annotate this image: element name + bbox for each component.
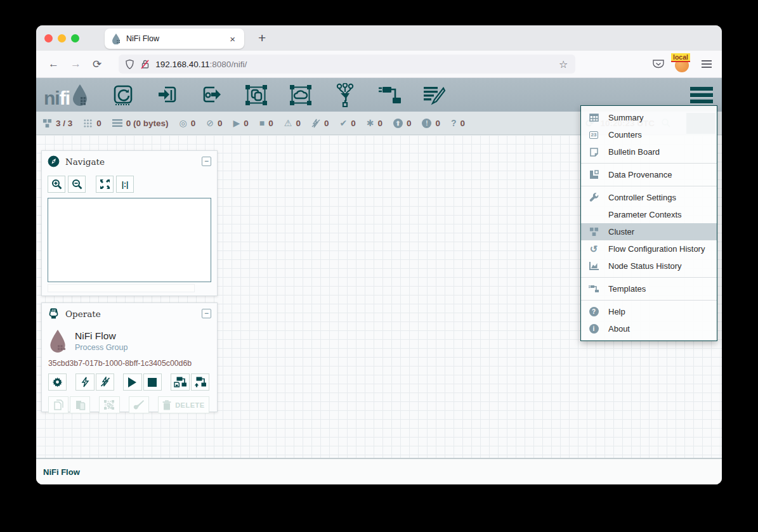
template-component[interactable] (377, 82, 402, 108)
back-icon[interactable]: ← (42, 55, 65, 73)
operate-buttons-row1 (48, 373, 211, 391)
nifi-global-menu-icon[interactable] (690, 87, 713, 103)
zoom-fit-button[interactable] (96, 176, 114, 193)
copy-button[interactable] (48, 396, 69, 413)
selected-flow-type: Process Group (75, 343, 127, 352)
processor-component[interactable] (110, 82, 136, 108)
disable-button[interactable] (96, 373, 114, 391)
label-component[interactable] (421, 82, 447, 108)
stopped-icon: ■ (259, 118, 265, 128)
close-window-button[interactable] (44, 34, 53, 42)
browser-window: NiFi Flow × + ← → ⟳ 192.168.40.11:8080/n… (36, 25, 722, 484)
templates-icon (587, 285, 600, 293)
forward-icon[interactable]: → (65, 55, 87, 73)
bookmark-star-icon[interactable]: ☆ (559, 58, 568, 70)
data-provenance-icon (587, 170, 600, 179)
status-locally-modified: ✱ 0 (367, 118, 382, 128)
zoom-out-button[interactable] (68, 176, 86, 193)
input-port-component[interactable] (155, 82, 180, 108)
bulletin-board-icon (587, 148, 600, 157)
process-group-drop-icon (48, 329, 67, 353)
funnel-component[interactable] (332, 82, 358, 108)
collapse-navigate-button[interactable]: − (202, 157, 211, 166)
configure-button[interactable] (48, 373, 67, 391)
delete-label: DELETE (175, 401, 204, 409)
menu-separator (581, 300, 717, 301)
paste-button[interactable] (70, 396, 90, 413)
help-icon: ? (587, 307, 600, 316)
breadcrumb[interactable]: NiFi Flow (43, 467, 80, 477)
profile-avatar[interactable]: local (675, 56, 691, 72)
reload-icon[interactable]: ⟳ (87, 55, 107, 74)
stop-button[interactable] (143, 373, 162, 391)
url-text[interactable]: 192.168.40.11:8080/nifi/ (155, 60, 559, 69)
menu-item-bulletin-board[interactable]: Bulletin Board (581, 143, 717, 160)
queued-icon (112, 119, 122, 127)
navigate-compass-icon (48, 155, 60, 167)
process-group-component[interactable] (244, 82, 269, 108)
zoom-actual-size-button[interactable]: |:| (116, 176, 134, 193)
upload-template-button[interactable] (191, 373, 209, 391)
enable-button[interactable] (75, 373, 94, 391)
menu-item-summary[interactable]: Summary (581, 109, 717, 126)
delete-button[interactable]: DELETE (158, 396, 209, 413)
summary-icon (587, 114, 600, 122)
status-up-to-date: ✔ 0 (339, 118, 355, 128)
pocket-icon[interactable] (652, 59, 665, 69)
menu-item-about[interactable]: i About (581, 320, 717, 337)
up-to-date-icon: ✔ (339, 118, 347, 128)
group-button[interactable] (99, 396, 119, 413)
status-stale: ⬆ 0 (393, 119, 412, 128)
menu-item-data-provenance[interactable]: Data Provenance (581, 166, 717, 183)
menu-item-counters[interactable]: 23 Counters (581, 126, 717, 143)
operate-header[interactable]: Operate − (42, 303, 217, 324)
disabled-icon (311, 119, 320, 128)
operate-body: NiFi Flow Process Group 35cbd3b7-017b-10… (42, 324, 217, 420)
output-port-component[interactable] (199, 82, 225, 108)
logo-text-fi: fi (60, 89, 70, 107)
save-template-button[interactable] (171, 373, 189, 391)
navigate-header[interactable]: Navigate − (42, 151, 217, 172)
status-queued: 0 (0 bytes) (112, 119, 169, 128)
running-icon: ▶ (233, 118, 240, 128)
browser-tab-bar: NiFi Flow × + (36, 25, 722, 51)
menu-item-cluster[interactable]: Cluster (581, 223, 717, 240)
locally-modified-icon: ✱ (367, 118, 374, 128)
macos-traffic-lights (44, 34, 79, 42)
collapse-operate-button[interactable]: − (202, 309, 211, 318)
browser-tab[interactable]: NiFi Flow × (105, 29, 244, 49)
about-icon: i (587, 324, 600, 334)
zoom-window-button[interactable] (71, 34, 79, 42)
minimize-window-button[interactable] (58, 34, 66, 42)
shield-icon[interactable] (125, 59, 134, 70)
firefox-menu-icon[interactable] (702, 60, 712, 68)
start-button[interactable] (123, 373, 141, 391)
nifi-logo: nifi (44, 84, 89, 107)
remote-process-group-component[interactable] (288, 82, 313, 108)
locally-modified-stale-icon: ! (422, 119, 431, 128)
stop-icon (148, 378, 157, 387)
transmitting-icon: ◎ (180, 118, 187, 128)
controller-settings-icon (587, 193, 600, 202)
status-stopped: ■ 0 (259, 118, 273, 128)
new-tab-button[interactable]: + (253, 29, 271, 47)
menu-item-controller-settings[interactable]: Controller Settings (581, 189, 717, 206)
status-running: ▶ 0 (233, 118, 249, 128)
tab-title: NiFi Flow (126, 34, 227, 43)
menu-item-templates[interactable]: Templates (581, 280, 717, 297)
url-bar[interactable]: 192.168.40.11:8080/nifi/ ☆ (119, 55, 575, 74)
tab-close-icon[interactable]: × (227, 34, 238, 44)
status-threads: 0 (83, 119, 101, 128)
logo-text-ni: ni (44, 89, 60, 107)
menu-item-help[interactable]: ? Help (581, 303, 717, 320)
birdseye-map[interactable] (48, 198, 211, 282)
menu-item-flow-configuration-history[interactable]: ↺ Flow Configuration History (581, 240, 717, 257)
menu-item-parameter-contexts[interactable]: Parameter Contexts (581, 206, 717, 223)
color-button[interactable] (129, 396, 149, 413)
zoom-in-button[interactable] (48, 176, 65, 193)
insecure-lock-icon[interactable] (140, 59, 150, 70)
menu-item-node-status-history[interactable]: Node Status History (581, 257, 717, 275)
url-path: :8080/nifi/ (210, 60, 247, 69)
status-disabled: 0 (311, 119, 329, 128)
birdseye-strip (48, 284, 195, 292)
